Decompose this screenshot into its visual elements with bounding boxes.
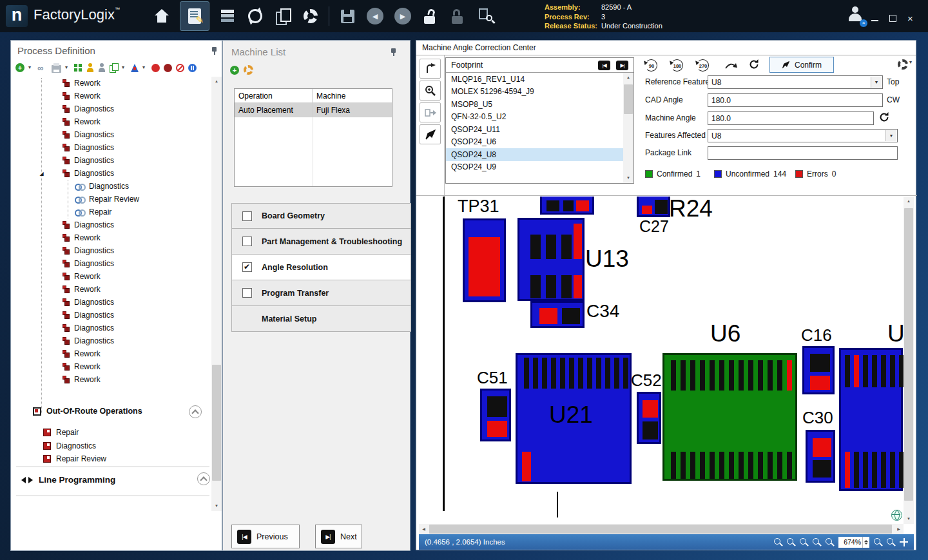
pin-icon[interactable] (210, 46, 218, 55)
scroll-thumb[interactable] (429, 525, 892, 534)
zoom-level-field[interactable]: 674% (838, 537, 869, 548)
link-button[interactable] (37, 63, 48, 72)
minimize-button[interactable] (871, 20, 878, 21)
out-of-route-collapse-button[interactable] (189, 405, 202, 418)
features-affected-select[interactable]: U8 (708, 129, 898, 142)
step-checkbox[interactable] (242, 262, 252, 272)
scroll-right-icon[interactable] (894, 524, 904, 534)
tree-item[interactable]: Rework (11, 90, 211, 102)
dispatch-button[interactable] (246, 6, 265, 26)
maximize-button[interactable] (889, 15, 896, 22)
zoom-selection-button[interactable] (420, 81, 441, 101)
footprint-item[interactable]: MOLEX 51296-4594_J9 (446, 86, 623, 99)
tree-item[interactable]: Diagnostics (11, 257, 211, 270)
out-of-route-item[interactable]: Diagnostics (11, 439, 211, 453)
pcb-horizontal-scrollbar[interactable] (419, 524, 904, 534)
line-programming-header[interactable]: Line Programming (21, 475, 115, 485)
pcb-part-u13[interactable] (517, 218, 585, 301)
rotate-270-button[interactable]: 270 (695, 58, 711, 73)
out-of-route-item[interactable]: Repair Review (11, 452, 211, 466)
scroll-down-icon[interactable] (211, 501, 222, 511)
tree-item[interactable]: Diagnostics (11, 180, 211, 193)
step-item[interactable]: Angle Resolution (231, 255, 411, 280)
record-button[interactable] (151, 64, 160, 72)
pcb-vertical-scrollbar[interactable] (904, 197, 914, 524)
scroll-up-icon[interactable] (623, 73, 633, 82)
step-item[interactable]: Board Geometry (231, 203, 411, 229)
print-caret-icon[interactable] (65, 64, 70, 71)
pcb-part-board-edge[interactable] (443, 197, 445, 511)
pin-icon[interactable] (389, 48, 397, 57)
tree-item[interactable]: Diagnostics (11, 141, 211, 154)
tree-item[interactable]: Rework (11, 360, 211, 373)
out-of-route-header[interactable]: Out-Of-Route Operations (33, 407, 142, 416)
tree-item[interactable]: Diagnostics (11, 296, 211, 309)
tree-item[interactable]: Diagnostics (11, 244, 211, 257)
footprint-item[interactable]: QSOP24_U8 (446, 148, 623, 161)
copy-caret-icon[interactable] (122, 64, 127, 71)
machine-column-header[interactable]: Machine (313, 89, 392, 102)
zoom-in-icon[interactable] (774, 538, 782, 546)
home-button[interactable] (152, 6, 171, 26)
group-button[interactable] (74, 64, 82, 72)
user-button[interactable] (846, 6, 866, 26)
pause-button[interactable] (188, 64, 197, 72)
add-caret-icon[interactable] (28, 64, 34, 71)
scroll-down-icon[interactable] (904, 514, 914, 524)
test-button[interactable] (131, 64, 139, 72)
step-item[interactable]: Part Management & Troubleshooting (231, 229, 411, 255)
footprint-item[interactable]: QSOP24_U11 (446, 123, 623, 136)
previous-button[interactable]: Previous (231, 525, 300, 548)
step-item[interactable]: Material Setup (231, 306, 411, 332)
user-gray-button[interactable] (98, 63, 106, 72)
step-checkbox[interactable] (242, 237, 252, 246)
record-alt-button[interactable] (164, 64, 172, 72)
package-link-input[interactable] (708, 146, 898, 160)
tree-item[interactable]: Rework (11, 231, 211, 244)
tree-item[interactable]: Diagnostics (11, 102, 211, 115)
pcb-part-c16[interactable] (802, 346, 835, 394)
zoom-extents-icon[interactable] (813, 538, 821, 546)
scroll-down-icon[interactable] (623, 173, 633, 183)
forward-button[interactable] (393, 6, 412, 26)
tree-item[interactable]: Diagnostics (11, 128, 211, 141)
footprint-item[interactable]: QSOP24_U6 (446, 136, 623, 149)
machine-table-row[interactable]: Auto Placement Fuji Flexa (235, 103, 392, 117)
tree-item[interactable]: Rework (11, 373, 211, 386)
process-tree-scrollbar[interactable] (211, 77, 222, 511)
pcb-part-c51[interactable] (480, 389, 511, 441)
add-operation-button[interactable] (15, 63, 24, 72)
add-machine-button[interactable] (230, 66, 239, 75)
next-button[interactable]: Next (315, 525, 362, 548)
print-button[interactable] (52, 65, 61, 73)
copy-button[interactable] (110, 63, 118, 72)
first-footprint-button[interactable] (598, 61, 610, 70)
scroll-thumb[interactable] (624, 84, 633, 114)
remove-button[interactable] (176, 64, 184, 72)
tree-item[interactable]: Repair (11, 206, 211, 218)
rotate-180-button[interactable]: 180 (669, 58, 686, 73)
step-checkbox[interactable] (242, 288, 252, 298)
assign-user-button[interactable] (86, 63, 94, 72)
expander-icon[interactable] (37, 171, 46, 177)
step-checkbox[interactable] (242, 211, 252, 221)
pcb-part-fiducial-tick[interactable] (557, 492, 558, 517)
scroll-left-icon[interactable] (419, 524, 429, 534)
documents-button[interactable] (273, 6, 293, 26)
tree-item[interactable]: Rework (11, 77, 211, 90)
pcb-part-top-part[interactable] (540, 197, 594, 215)
globe-icon[interactable] (891, 510, 902, 521)
pcb-part-u6[interactable] (662, 353, 797, 481)
machine-settings-icon[interactable] (244, 65, 253, 75)
save-button[interactable] (338, 6, 357, 26)
pan-icon[interactable] (900, 538, 908, 546)
pcb-part-tp31[interactable] (463, 218, 506, 302)
tree-item[interactable]: Rework (11, 347, 211, 360)
zoom-out-icon[interactable] (787, 538, 795, 546)
tree-item[interactable]: Diagnostics (11, 218, 211, 231)
zoom-dynamic-icon[interactable] (826, 538, 834, 546)
footprint-item[interactable]: MSOP8_U5 (446, 98, 623, 111)
tree-item[interactable]: Rework (11, 115, 211, 128)
tree-item[interactable]: Diagnostics (11, 322, 211, 334)
machine-angle-input[interactable]: 180.0 (708, 111, 874, 125)
